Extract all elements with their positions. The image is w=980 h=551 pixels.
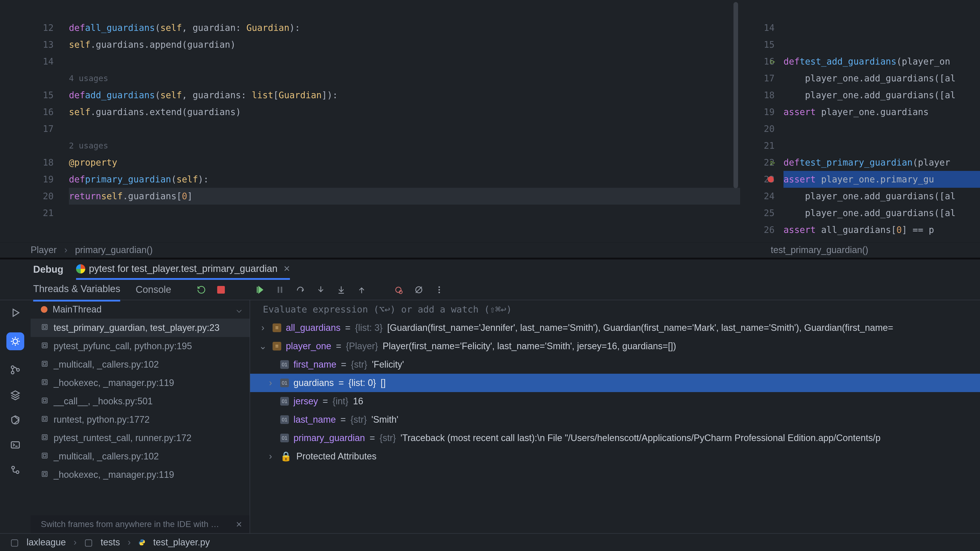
folder-name[interactable]: tests xyxy=(100,536,120,549)
python-icon xyxy=(138,539,145,546)
variable-row[interactable]: 01jersey = {int} 16 xyxy=(250,392,980,410)
svg-rect-29 xyxy=(42,453,47,458)
project-icon: ▢ xyxy=(10,536,19,549)
chevron-down-icon[interactable]: ⌵ xyxy=(236,303,242,316)
file-name[interactable]: test_player.py xyxy=(153,536,210,549)
evaluate-input[interactable]: Evaluate expression (⌥↩) or add a watch … xyxy=(250,300,980,319)
svg-rect-25 xyxy=(42,416,47,421)
gutter-left[interactable]: 12131415161718192021 xyxy=(0,3,69,242)
layers-icon[interactable] xyxy=(10,389,21,400)
svg-point-13 xyxy=(12,466,14,469)
svg-rect-32 xyxy=(43,473,46,475)
svg-point-8 xyxy=(13,339,18,344)
mute-breakpoints-icon[interactable] xyxy=(414,285,423,294)
terminal-icon[interactable] xyxy=(10,440,21,450)
stack-frame[interactable]: _multicall, _callers.py:102 xyxy=(30,355,250,374)
stack-frame[interactable]: __call__, _hooks.py:501 xyxy=(30,392,250,410)
frames-panel: MainThread ⌵ test_primary_guardian, test… xyxy=(30,300,250,533)
svg-rect-20 xyxy=(43,362,46,365)
code-left[interactable]: def all_guardians(self, guardian: Guardi… xyxy=(69,3,740,242)
resume-icon[interactable] xyxy=(255,285,264,294)
editor-left: 12131415161718192021 def all_guardians(s… xyxy=(0,0,740,258)
breadcrumb-left[interactable]: Player › primary_guardian() xyxy=(0,242,740,258)
thread-selector[interactable]: MainThread ⌵ xyxy=(30,300,250,319)
svg-rect-24 xyxy=(43,399,46,402)
vcs-icon[interactable] xyxy=(10,465,21,475)
svg-rect-23 xyxy=(42,398,47,403)
step-into-icon[interactable] xyxy=(316,285,325,294)
project-name[interactable]: laxleague xyxy=(27,536,66,549)
variable-row[interactable]: 01primary_guardian = {str} 'Traceback (m… xyxy=(250,429,980,447)
variable-row[interactable]: ›🔒Protected Attributes xyxy=(250,447,980,465)
stack-frame[interactable]: runtest, python.py:1772 xyxy=(30,410,250,429)
stack-frame[interactable]: _hookexec, _manager.py:119 xyxy=(30,374,250,392)
step-out-icon[interactable] xyxy=(357,285,366,294)
eval-placeholder: Evaluate expression (⌥↩) or add a watch … xyxy=(263,303,512,316)
run-icon[interactable] xyxy=(10,307,21,318)
pause-icon[interactable] xyxy=(275,285,285,294)
svg-point-6 xyxy=(438,289,440,291)
svg-rect-17 xyxy=(42,343,47,348)
variable-row[interactable]: ›01guardians = {list: 0} [] xyxy=(250,374,980,392)
svg-rect-18 xyxy=(43,344,46,347)
services-icon[interactable] xyxy=(10,414,21,425)
variable-row[interactable]: 01first_name = {str} 'Felicity' xyxy=(250,355,980,374)
crumb-method[interactable]: primary_guardian() xyxy=(75,244,153,256)
svg-rect-26 xyxy=(43,418,46,420)
stop-icon[interactable] xyxy=(217,286,225,294)
svg-rect-22 xyxy=(43,381,46,383)
variables-panel: Evaluate expression (⌥↩) or add a watch … xyxy=(250,300,980,533)
crumb-test[interactable]: test_primary_guardian() xyxy=(771,244,868,256)
debug-sidebar xyxy=(0,300,30,533)
debug-tab[interactable]: Debug xyxy=(33,263,63,276)
svg-rect-15 xyxy=(42,324,47,330)
stack-frame[interactable]: _hookexec, _manager.py:119 xyxy=(30,465,250,484)
stack-frame[interactable]: test_primary_guardian, test_player.py:23 xyxy=(30,319,250,337)
crumb-class[interactable]: Player xyxy=(30,244,57,256)
svg-rect-27 xyxy=(42,435,47,440)
console-tab[interactable]: Console xyxy=(135,283,171,297)
debug-panel: Debug pytest for test_player.test_primar… xyxy=(0,258,980,533)
pytest-icon xyxy=(76,264,85,273)
svg-rect-30 xyxy=(43,454,46,457)
code-right[interactable]: def test_add_guardians(player_on player_… xyxy=(783,3,980,242)
threads-tab[interactable]: Threads & Variables xyxy=(33,278,120,302)
svg-rect-1 xyxy=(281,287,282,293)
svg-point-2 xyxy=(396,287,401,292)
scrollbar-vertical[interactable] xyxy=(733,2,738,188)
step-into-my-icon[interactable] xyxy=(337,285,346,294)
run-config-label: pytest for test_player.test_primary_guar… xyxy=(89,262,277,275)
rerun-icon[interactable] xyxy=(197,285,206,294)
svg-point-5 xyxy=(438,286,440,288)
close-icon[interactable]: × xyxy=(281,261,290,276)
debug-icon[interactable] xyxy=(6,332,24,350)
hint-bar: Switch frames from anywhere in the IDE w… xyxy=(30,515,250,533)
breadcrumb-right[interactable]: test_primary_guardian() xyxy=(740,242,980,258)
variable-row[interactable]: 01last_name = {str} 'Smith' xyxy=(250,410,980,429)
svg-point-10 xyxy=(11,371,14,374)
thread-name: MainThread xyxy=(52,303,102,316)
view-breakpoints-icon[interactable] xyxy=(394,285,403,294)
run-config-tab[interactable]: pytest for test_player.test_primary_guar… xyxy=(76,259,290,280)
editor-right: 141516▷171819202122▷2324252627 def test_… xyxy=(740,0,980,258)
gutter-right[interactable]: 141516▷171819202122▷2324252627 xyxy=(740,3,783,242)
svg-point-9 xyxy=(11,366,14,368)
svg-rect-31 xyxy=(42,472,47,476)
svg-rect-12 xyxy=(11,442,19,448)
svg-rect-0 xyxy=(278,287,279,293)
stack-frame[interactable]: pytest_pyfunc_call, python.py:195 xyxy=(30,337,250,355)
svg-rect-16 xyxy=(43,326,46,328)
stack-frame[interactable]: pytest_runtest_call, runner.py:172 xyxy=(30,429,250,447)
stack-frame[interactable]: _multicall, _callers.py:102 xyxy=(30,447,250,465)
close-hint-icon[interactable]: × xyxy=(236,517,242,531)
variable-row[interactable]: ⌄≡player_one = {Player} Player(first_nam… xyxy=(250,337,980,355)
svg-point-14 xyxy=(16,471,19,474)
thread-status-icon xyxy=(41,306,48,313)
step-over-icon[interactable] xyxy=(296,285,305,294)
svg-point-7 xyxy=(438,292,440,293)
variable-row[interactable]: ›≡all_guardians = {list: 3} [Guardian(fi… xyxy=(250,319,980,337)
nav-bar[interactable]: ▢ laxleague › ▢ tests › test_player.py xyxy=(0,533,980,551)
svg-rect-21 xyxy=(42,380,47,385)
git-icon[interactable] xyxy=(10,365,21,375)
more-icon[interactable] xyxy=(434,285,444,294)
